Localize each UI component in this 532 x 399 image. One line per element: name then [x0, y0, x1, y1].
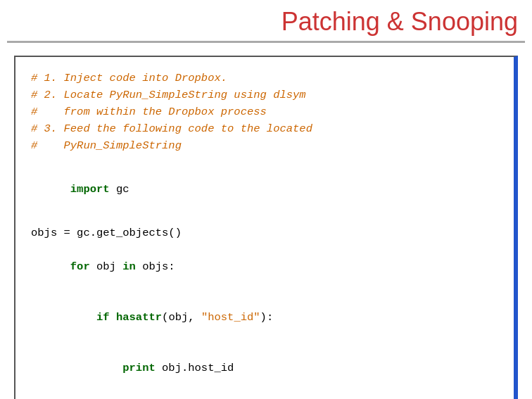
- code-comment-4: # 3. Feed the following code to the loca…: [31, 120, 498, 137]
- code-print-host-id: print obj.host_id: [31, 343, 498, 393]
- plain-paren-1: (obj,: [162, 311, 201, 324]
- code-objs: objs = gc.get_objects(): [31, 224, 498, 241]
- keyword-import: import: [70, 183, 110, 196]
- plain-close-1: ):: [260, 311, 274, 324]
- code-import: import gc: [31, 164, 498, 215]
- code-spacer-2: [31, 215, 498, 224]
- code-if-host-id: if hasattr(obj, "host_id"):: [31, 292, 498, 343]
- keyword-for: for: [70, 260, 90, 273]
- plain-for-body: obj: [90, 260, 123, 273]
- plain-space-1: [110, 311, 116, 324]
- code-comment-2: # 2. Locate PyRun_SimpleString using dls…: [31, 87, 498, 103]
- plain-gc: gc: [110, 183, 129, 196]
- builtin-hasattr-1: hasattr: [116, 311, 162, 324]
- code-block: # 1. Inject code into Dropbox. # 2. Loca…: [14, 56, 518, 399]
- slide-header: Patching & Snooping: [0, 0, 532, 41]
- keyword-print-1: print: [122, 362, 156, 374]
- slide-title: Patching & Snooping: [281, 7, 518, 37]
- string-host-id: "host_id": [201, 311, 260, 324]
- plain-host-id: obj.host_id: [156, 362, 234, 374]
- code-comment-1: # 1. Inject code into Dropbox.: [31, 70, 498, 87]
- plain-objs-colon: objs:: [136, 260, 175, 273]
- plain-indent-2: [70, 362, 122, 374]
- code-for: for obj in objs:: [31, 241, 498, 292]
- keyword-if-1: if: [96, 311, 110, 324]
- code-comment-5: # PyRun_SimpleString: [31, 137, 498, 154]
- code-if-host-int: if hasattr(obj, "host_int"):: [31, 393, 498, 399]
- plain-indent-1: [70, 311, 96, 324]
- code-spacer-1: [31, 154, 498, 164]
- slide-content: # 1. Inject code into Dropbox. # 2. Loca…: [0, 43, 532, 399]
- code-comment-3: # from within the Dropbox process: [31, 103, 498, 120]
- keyword-in: in: [122, 260, 136, 273]
